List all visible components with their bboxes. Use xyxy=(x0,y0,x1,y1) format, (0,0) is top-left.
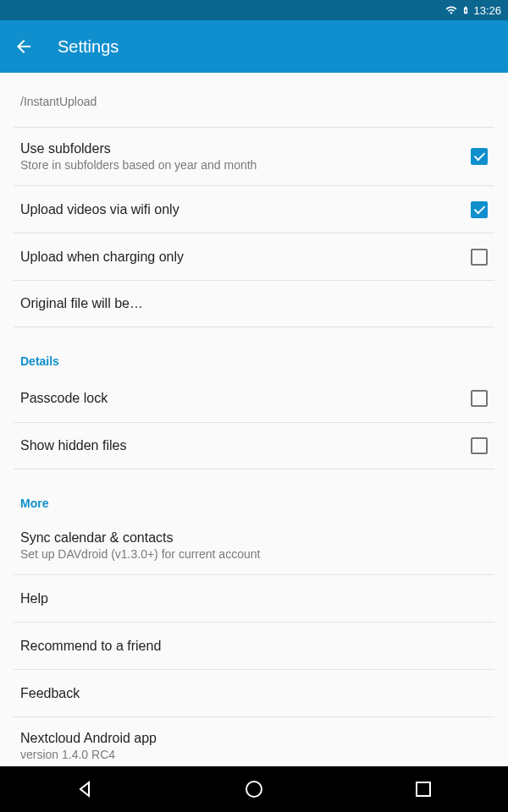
wifi-icon xyxy=(444,4,458,16)
section-header-more: More xyxy=(14,469,494,517)
upload-wifi-title: Upload videos via wifi only xyxy=(20,202,471,217)
show-hidden-files-checkbox[interactable] xyxy=(471,437,488,454)
sync-calendar-title: Sync calendar & contacts xyxy=(20,530,488,546)
upload-folder-path[interactable]: /InstantUpload xyxy=(14,73,494,127)
status-bar: 13:26 xyxy=(0,0,508,20)
status-time: 13:26 xyxy=(473,4,501,17)
help-title: Help xyxy=(20,591,488,606)
nav-home-icon[interactable] xyxy=(244,779,264,799)
use-subfolders-title: Use subfolders xyxy=(20,141,471,156)
upload-wifi-row[interactable]: Upload videos via wifi only xyxy=(14,185,494,233)
upload-charging-title: Upload when charging only xyxy=(20,250,471,265)
about-row[interactable]: Nextcloud Android app version 1.4.0 RC4 xyxy=(14,716,494,766)
show-hidden-files-title: Show hidden files xyxy=(20,438,471,453)
nav-back-icon[interactable] xyxy=(75,779,95,799)
use-subfolders-sub: Store in subfolders based on year and mo… xyxy=(20,158,471,172)
navigation-bar xyxy=(0,766,508,812)
sync-calendar-row[interactable]: Sync calendar & contacts Set up DAVdroid… xyxy=(14,517,494,574)
feedback-title: Feedback xyxy=(20,686,488,701)
sync-calendar-sub: Set up DAVdroid (v1.3.0+) for current ac… xyxy=(20,547,488,561)
section-header-details: Details xyxy=(14,327,494,375)
svg-rect-1 xyxy=(417,782,430,796)
show-hidden-files-row[interactable]: Show hidden files xyxy=(14,422,494,469)
help-row[interactable]: Help xyxy=(14,574,494,622)
battery-charging-icon xyxy=(461,3,470,17)
passcode-lock-row[interactable]: Passcode lock xyxy=(14,375,494,422)
passcode-lock-checkbox[interactable] xyxy=(471,390,488,407)
nav-recent-icon[interactable] xyxy=(413,779,433,799)
upload-charging-checkbox[interactable] xyxy=(471,249,488,266)
recommend-row[interactable]: Recommend to a friend xyxy=(14,622,494,669)
original-file-row[interactable]: Original file will be… xyxy=(14,280,494,327)
feedback-row[interactable]: Feedback xyxy=(14,669,494,716)
original-file-title: Original file will be… xyxy=(20,296,488,311)
recommend-title: Recommend to a friend xyxy=(20,639,488,654)
settings-content: /InstantUpload Use subfolders Store in s… xyxy=(0,73,508,766)
svg-point-0 xyxy=(246,782,262,797)
upload-wifi-checkbox[interactable] xyxy=(471,201,488,218)
back-arrow-icon[interactable] xyxy=(14,36,34,57)
about-title: Nextcloud Android app xyxy=(20,731,488,746)
upload-charging-row[interactable]: Upload when charging only xyxy=(14,233,494,280)
use-subfolders-checkbox[interactable] xyxy=(471,148,488,165)
page-title: Settings xyxy=(58,37,119,57)
use-subfolders-row[interactable]: Use subfolders Store in subfolders based… xyxy=(14,127,494,185)
about-version: version 1.4.0 RC4 xyxy=(20,748,488,761)
app-bar: Settings xyxy=(0,20,508,73)
status-icons: 13:26 xyxy=(444,3,501,17)
passcode-lock-title: Passcode lock xyxy=(20,391,471,406)
